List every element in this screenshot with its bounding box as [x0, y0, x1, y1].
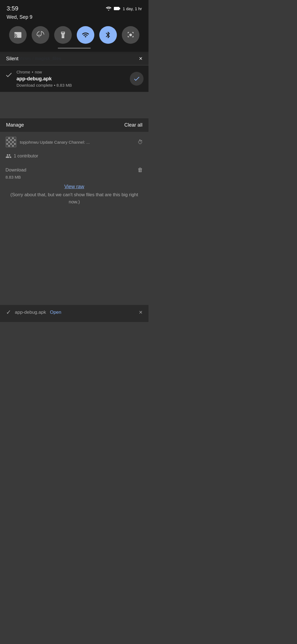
notification-time: now	[35, 70, 42, 74]
date-row: Wed, Sep 9	[0, 14, 148, 24]
notification-title: app-debug.apk	[16, 76, 126, 82]
focus-toggle[interactable]	[122, 26, 139, 44]
commit-avatar	[6, 137, 16, 148]
notification-dot: •	[32, 70, 33, 74]
bottom-close-button[interactable]: ×	[139, 309, 142, 316]
commit-user: topjohnwu	[20, 140, 38, 144]
view-raw-link[interactable]: View raw	[6, 184, 143, 190]
notification-body: Chrome • now app-debug.apk Download comp…	[16, 70, 126, 88]
file-section-title: Download	[6, 167, 26, 173]
status-right: 1 day, 1 hr	[106, 6, 142, 11]
bottom-filename: app-debug.apk	[15, 310, 46, 315]
contributor-count: 1 contributor	[14, 154, 38, 159]
rotate-icon	[37, 31, 44, 39]
bluetooth-toggle[interactable]	[99, 26, 117, 44]
bottom-bar: ✓ app-debug.apk Open ×	[0, 305, 148, 322]
commit-message: Update Canary Channel: ...	[40, 140, 90, 144]
notification-app-row: Chrome • now	[16, 70, 126, 74]
clear-all-button[interactable]: Clear all	[124, 122, 142, 128]
focus-icon	[127, 31, 134, 39]
notification-check-icon	[5, 71, 13, 80]
bottom-check-icon: ✓	[6, 309, 11, 316]
cast-toggle[interactable]	[9, 26, 27, 44]
notification-app-name: Chrome	[16, 70, 30, 74]
contributor-row: 1 contributor	[6, 153, 143, 159]
date-label: Wed, Sep 9	[7, 14, 32, 20]
quick-toggles	[0, 24, 148, 48]
notification-card[interactable]: Chrome • now app-debug.apk Download comp…	[0, 66, 148, 92]
notification-action-button[interactable]	[130, 72, 144, 86]
rotate-toggle[interactable]	[32, 26, 49, 44]
top-drag-handle	[58, 48, 91, 49]
delete-icon[interactable]: 🗑	[138, 167, 143, 173]
contributor-icon	[6, 153, 12, 159]
manage-button[interactable]: Manage	[6, 122, 24, 128]
notification-subtitle: Download complete • 8.83 MB	[16, 83, 126, 88]
top-panel: 3:59 1 day, 1 hr Wed, Sep 9	[0, 0, 148, 54]
flashlight-icon	[59, 31, 67, 39]
silent-label: Silent	[6, 56, 18, 62]
bottom-open-button[interactable]: Open	[50, 310, 61, 315]
svg-rect-0	[114, 7, 119, 10]
svg-rect-1	[119, 8, 120, 9]
file-section: Download 🗑 8.83 MB View raw (Sorry about…	[6, 167, 143, 205]
file-size: 8.83 MB	[6, 175, 143, 179]
wifi-status-icon	[106, 6, 112, 11]
history-icon: ⏱	[138, 139, 143, 145]
silent-header: Silent ×	[0, 52, 148, 65]
file-header: Download 🗑	[6, 167, 143, 173]
manage-row: Manage Clear all	[0, 118, 148, 132]
status-bar: 3:59 1 day, 1 hr	[0, 0, 148, 14]
commit-row: topjohnwu Update Canary Channel: ... ⏱	[6, 137, 143, 148]
cast-icon	[14, 31, 22, 39]
bluetooth-icon	[104, 31, 112, 39]
close-notification-panel-button[interactable]: ×	[139, 55, 142, 62]
wifi-toggle[interactable]	[77, 26, 94, 44]
sorry-text: (Sorry about that, but we can't show fil…	[6, 191, 143, 205]
notification-area: Silent × Chrome • now app-debug.apk Down…	[0, 52, 148, 92]
battery-text: 1 day, 1 hr	[123, 6, 142, 11]
flashlight-toggle[interactable]	[54, 26, 72, 44]
github-content: topjohnwu Update Canary Channel: ... ⏱ 1…	[0, 132, 148, 212]
battery-status-icon	[114, 7, 120, 10]
commit-text: topjohnwu Update Canary Channel: ...	[20, 140, 90, 144]
wifi-icon	[82, 31, 89, 39]
status-time: 3:59	[7, 5, 18, 12]
